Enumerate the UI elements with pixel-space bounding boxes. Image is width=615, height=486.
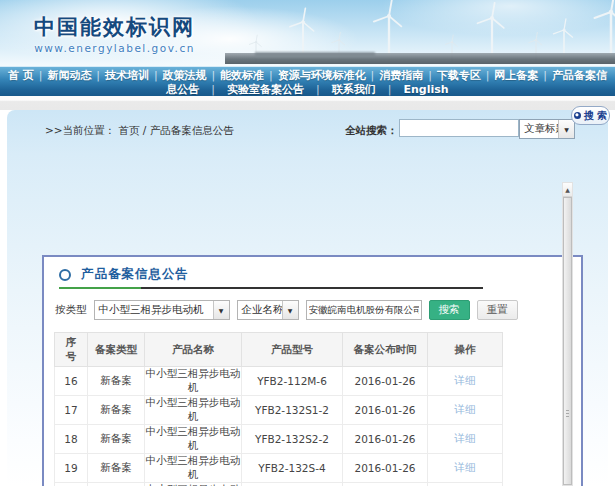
col-header-model: 产品型号 bbox=[242, 333, 343, 367]
action-cell: 详细 bbox=[428, 454, 503, 483]
site-search-label: 全站搜索： bbox=[345, 124, 398, 138]
record-type: 新备案 bbox=[88, 483, 145, 486]
nav-item[interactable]: 息公告 bbox=[166, 82, 199, 97]
table-row: 17新备案中小型三相异步电动机YFB2-132S1-22016-01-26详细 bbox=[55, 396, 503, 425]
breadcrumb-home-link[interactable]: 首页 bbox=[118, 124, 139, 136]
breadcrumb-separator: / bbox=[143, 124, 150, 136]
col-header-action: 操作 bbox=[428, 333, 503, 367]
nav-separator: | bbox=[211, 83, 215, 96]
reset-button[interactable]: 重置 bbox=[477, 300, 518, 320]
site-search-input[interactable] bbox=[399, 119, 519, 137]
nav-separator: | bbox=[211, 69, 215, 82]
row-no: 16 bbox=[55, 367, 88, 396]
mountain-silhouette bbox=[255, 52, 375, 57]
product-name: 中小型三相异步电动机 bbox=[145, 367, 242, 396]
field-filter-value: 企业名称 bbox=[238, 303, 282, 317]
site-search-button[interactable]: 搜 索 bbox=[571, 106, 610, 125]
nav-item[interactable]: 消费指南 bbox=[379, 68, 423, 83]
site-url: www.energylabel.gov.cn bbox=[34, 42, 195, 54]
chevron-down-icon[interactable]: ▼ bbox=[213, 301, 229, 319]
vertical-scrollbar[interactable]: ▲ bbox=[562, 182, 573, 486]
product-name: 中小型三相异步电动机 bbox=[145, 454, 242, 483]
nav-item[interactable]: 网上备案 bbox=[494, 68, 538, 83]
main-nav: 首 页|新闻动态|技术培训|政策法规|能效标准|资源与环境标准化|消费指南|下载… bbox=[0, 66, 615, 96]
scrollbar-thumb[interactable] bbox=[563, 197, 572, 485]
nav-separator: | bbox=[486, 69, 490, 82]
table-row: 19新备案中小型三相异步电动机YFB2-132S-42016-01-26详细 bbox=[55, 454, 503, 483]
site-banner: 中国能效标识网 www.energylabel.gov.cn bbox=[0, 0, 615, 66]
nav-item[interactable]: 技术培训 bbox=[105, 68, 149, 83]
keyword-input[interactable] bbox=[306, 300, 422, 320]
type-filter-select[interactable]: 中小型三相异步电动机 ▼ bbox=[94, 300, 230, 320]
scrollbar-up-arrow-icon[interactable]: ▲ bbox=[563, 183, 572, 197]
chevron-down-icon[interactable]: ▼ bbox=[282, 301, 298, 319]
detail-link[interactable]: 详细 bbox=[455, 374, 476, 386]
table-row: 20新备案中小型三相异步电动机YFB2-132S-62016-01-26详细 bbox=[55, 483, 503, 486]
records-table: 序号 备案类型 产品名称 产品型号 备案公布时间 操作 16新备案中小型三相异步… bbox=[54, 332, 503, 486]
col-header-date: 备案公布时间 bbox=[343, 333, 428, 367]
separator-band bbox=[0, 96, 615, 110]
chevron-down-icon[interactable]: ▼ bbox=[558, 120, 574, 138]
nav-separator: | bbox=[269, 69, 273, 82]
nav-item[interactable]: 产品备案信 bbox=[552, 68, 607, 83]
row-no: 20 bbox=[55, 483, 88, 486]
product-name: 中小型三相异步电动机 bbox=[145, 396, 242, 425]
action-cell: 详细 bbox=[428, 483, 503, 486]
announcement-panel: 产品备案信息公告 按类型 中小型三相异步电动机 ▼ 企业名称 ▼ 搜索 重置 bbox=[42, 255, 583, 486]
record-type: 新备案 bbox=[88, 454, 145, 483]
breadcrumb: >>当前位置： 首页 / 产品备案信息公告 bbox=[45, 124, 234, 138]
product-model: YFB2-132S-6 bbox=[242, 483, 343, 486]
nav-item[interactable]: 资源与环境标准化 bbox=[278, 68, 366, 83]
nav-separator: | bbox=[428, 69, 432, 82]
product-name: 中小型三相异步电动机 bbox=[145, 425, 242, 454]
panel-title: 产品备案信息公告 bbox=[81, 266, 189, 283]
detail-link[interactable]: 详细 bbox=[455, 403, 476, 415]
publish-date: 2016-01-26 bbox=[343, 483, 428, 486]
content-container: >>当前位置： 首页 / 产品备案信息公告 全站搜索： 文章标题 ▼ 产品备案信… bbox=[7, 110, 608, 486]
nav-row-1: 首 页|新闻动态|技术培训|政策法规|能效标准|资源与环境标准化|消费指南|下载… bbox=[0, 67, 615, 82]
site-search-button-label: 搜 索 bbox=[584, 109, 607, 123]
nav-item[interactable]: 联系我们 bbox=[332, 82, 376, 97]
site-logo[interactable]: 中国能效标识网 www.energylabel.gov.cn bbox=[34, 13, 195, 54]
nav-item[interactable]: 新闻动态 bbox=[47, 68, 91, 83]
nav-separator: | bbox=[154, 69, 158, 82]
action-cell: 详细 bbox=[428, 396, 503, 425]
nav-separator: | bbox=[543, 69, 547, 82]
type-filter-label: 按类型 bbox=[55, 303, 87, 317]
breadcrumb-current: 产品备案信息公告 bbox=[150, 124, 234, 136]
nav-item[interactable]: 能效标准 bbox=[220, 68, 264, 83]
table-row: 18新备案中小型三相异步电动机YFB2-132S2-22016-01-26详细 bbox=[55, 425, 503, 454]
field-filter-select[interactable]: 企业名称 ▼ bbox=[237, 300, 299, 320]
nav-item[interactable]: 政策法规 bbox=[163, 68, 207, 83]
title-underline-accent bbox=[59, 287, 141, 289]
nav-item[interactable]: 下载专区 bbox=[437, 68, 481, 83]
table-body: 16新备案中小型三相异步电动机YFB2-112M-62016-01-26详细17… bbox=[55, 367, 503, 486]
page: 中国能效标识网 www.energylabel.gov.cn 首 页|新闻动态|… bbox=[0, 0, 615, 486]
publish-date: 2016-01-26 bbox=[343, 454, 428, 483]
record-type: 新备案 bbox=[88, 367, 145, 396]
product-model: YFB2-112M-6 bbox=[242, 367, 343, 396]
search-button[interactable]: 搜索 bbox=[429, 300, 470, 320]
breadcrumb-prefix: >>当前位置： bbox=[45, 124, 115, 136]
type-filter-value: 中小型三相异步电动机 bbox=[95, 303, 208, 317]
col-header-name: 产品名称 bbox=[145, 333, 242, 367]
col-header-type: 备案类型 bbox=[88, 333, 145, 367]
nav-separator: | bbox=[316, 83, 320, 96]
site-search-category-select[interactable]: 文章标题 ▼ bbox=[519, 119, 575, 139]
circle-bullet-icon bbox=[59, 269, 71, 281]
product-model: YFB2-132S1-2 bbox=[242, 396, 343, 425]
title-underline bbox=[59, 287, 483, 289]
col-header-no: 序号 bbox=[55, 333, 88, 367]
filter-bar: 按类型 中小型三相异步电动机 ▼ 企业名称 ▼ 搜索 重置 bbox=[55, 300, 518, 320]
nav-item[interactable]: 首 页 bbox=[8, 68, 34, 83]
row-no: 18 bbox=[55, 425, 88, 454]
site-name: 中国能效标识网 bbox=[34, 13, 195, 41]
detail-link[interactable]: 详细 bbox=[455, 432, 476, 444]
record-type: 新备案 bbox=[88, 396, 145, 425]
nav-item[interactable]: 实验室备案公告 bbox=[227, 82, 304, 97]
nav-item[interactable]: English bbox=[404, 83, 449, 96]
nav-separator: | bbox=[371, 69, 375, 82]
detail-link[interactable]: 详细 bbox=[455, 461, 476, 473]
site-search-category-value: 文章标题 bbox=[520, 122, 558, 136]
publish-date: 2016-01-26 bbox=[343, 367, 428, 396]
